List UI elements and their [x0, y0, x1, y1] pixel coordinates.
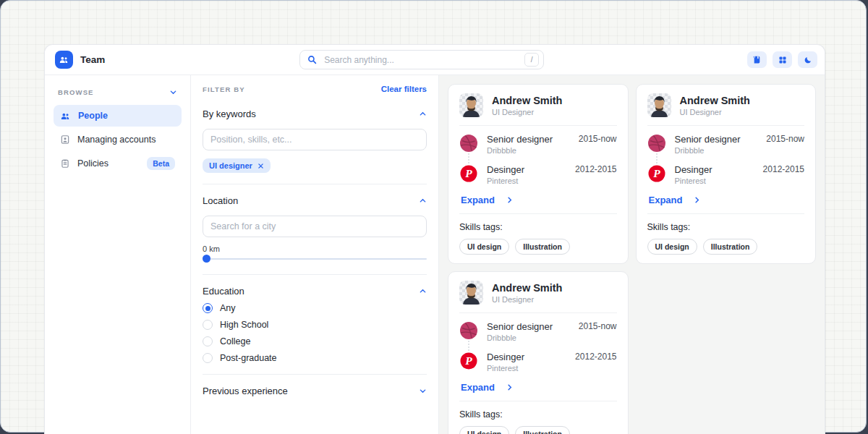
chevron-down-icon [169, 88, 177, 96]
account-card-icon [60, 135, 70, 145]
location-section-header[interactable]: Location [203, 195, 427, 206]
dribbble-icon [459, 321, 478, 340]
results-grid: Andrew Smith UI Designer Senior designer… [439, 75, 825, 434]
dribbble-icon [647, 134, 666, 153]
skill-tag: Illustration [515, 426, 570, 434]
chevron-right-icon [693, 196, 701, 204]
person-role: UI Designer [680, 108, 750, 116]
remove-tag-icon[interactable] [258, 163, 264, 169]
browse-header[interactable]: BROWSE [54, 82, 182, 105]
radio-button[interactable] [203, 336, 213, 346]
skill-tag: UI design [647, 239, 697, 255]
clipboard-icon [60, 158, 70, 169]
experience-section-header[interactable]: Previous experience [203, 386, 427, 396]
person-name: Andrew Smith [492, 282, 562, 294]
app-body: BROWSE PeopleManaging accountsPoliciesBe… [45, 75, 825, 434]
card-header: Andrew Smith UI Designer [459, 93, 617, 117]
sidebar-item-policies[interactable]: PoliciesBeta [54, 153, 182, 174]
chevron-up-icon [419, 287, 427, 295]
slider-handle[interactable] [203, 255, 210, 263]
book-icon[interactable] [747, 51, 767, 68]
radio-button[interactable] [203, 303, 213, 313]
search-zone: / [105, 50, 739, 69]
app-window: Team / [44, 44, 825, 434]
sidebar-items: PeopleManaging accountsPoliciesBeta [54, 105, 182, 174]
search-shortcut-badge: / [524, 53, 539, 67]
divider [203, 374, 427, 375]
experience-row: P Desinger Pinterest 2012-2015 [647, 164, 805, 185]
divider [459, 312, 617, 313]
card-header: Andrew Smith UI Designer [459, 281, 617, 305]
sidebar-item-label: Policies [77, 158, 109, 169]
skill-tag: UI design [459, 426, 509, 434]
skill-tag: Illustration [703, 239, 758, 255]
experience-timeline: Senior designer Dribbble 2015-now P Desi… [459, 321, 617, 373]
card-header: Andrew Smith UI Designer [647, 93, 805, 117]
avatar [459, 281, 483, 305]
education-option-high-school[interactable]: High School [203, 320, 427, 330]
svg-text:P: P [653, 167, 660, 179]
expand-link[interactable]: Expand [461, 195, 617, 205]
experience-row: Senior designer Dribbble 2015-now [647, 134, 805, 155]
people-icon [60, 111, 71, 122]
pinterest-icon: P [647, 164, 666, 183]
skill-tags: UI designIllustration [459, 426, 617, 434]
divider [203, 274, 427, 275]
svg-text:P: P [465, 354, 472, 367]
skills-title: Skills tags: [647, 222, 805, 232]
distance-slider[interactable] [203, 255, 427, 263]
header-actions [747, 51, 817, 68]
experience-row: P Desinger Pinterest 2012-2015 [459, 164, 617, 185]
dashed-divider [647, 213, 805, 214]
pinterest-icon: P [459, 164, 478, 183]
chevron-up-icon [419, 110, 427, 118]
radio-button[interactable] [203, 353, 213, 363]
divider [647, 125, 805, 126]
experience-row: Senior designer Dribbble 2015-now [459, 134, 617, 155]
experience-row: Senior designer Dribbble 2015-now [459, 321, 617, 342]
education-option-post-graduate[interactable]: Post-graduate [203, 353, 427, 363]
education-option-college[interactable]: College [203, 336, 427, 346]
experience-timeline: Senior designer Dribbble 2015-now P Desi… [459, 134, 617, 185]
profile-card: Andrew Smith UI Designer Senior designer… [636, 84, 817, 264]
skill-tag: UI design [459, 239, 509, 255]
chevron-right-icon [506, 383, 514, 391]
sidebar-item-people[interactable]: People [54, 105, 182, 127]
desktop-background: Team / [0, 0, 867, 433]
slider-track [203, 258, 427, 260]
education-options: AnyHigh SchoolCollegePost-graduate [203, 303, 427, 363]
keywords-section-header[interactable]: By keywords [203, 109, 427, 119]
keyword-tag[interactable]: UI designer [203, 158, 271, 173]
education-option-any[interactable]: Any [203, 303, 427, 313]
search-bar[interactable]: / [299, 50, 544, 69]
search-icon [307, 55, 317, 64]
expand-link[interactable]: Expand [461, 382, 617, 393]
experience-timeline: Senior designer Dribbble 2015-now P Desi… [647, 134, 805, 185]
profile-card: Andrew Smith UI Designer Senior designer… [448, 84, 629, 264]
grid-icon[interactable] [773, 51, 792, 68]
radio-button[interactable] [203, 320, 213, 330]
profile-card: Andrew Smith UI Designer Senior designer… [448, 271, 629, 434]
clear-filters-link[interactable]: Clear filters [381, 85, 427, 93]
experience-row: P Desinger Pinterest 2012-2015 [459, 352, 617, 373]
sidebar: BROWSE PeopleManaging accountsPoliciesBe… [45, 75, 191, 434]
sidebar-item-managing-accounts[interactable]: Managing accounts [54, 129, 182, 150]
skill-tags: UI designIllustration [647, 239, 805, 255]
filter-panel: FILTER BY Clear filters By keywords UI d… [191, 75, 439, 434]
avatar [647, 93, 671, 117]
browse-label: BROWSE [58, 88, 94, 96]
skill-tag: Illustration [515, 239, 570, 255]
city-search-input[interactable] [203, 216, 427, 237]
beta-badge: Beta [147, 157, 175, 170]
svg-text:P: P [465, 167, 472, 179]
filter-by-label: FILTER BY [203, 85, 245, 93]
person-name: Andrew Smith [680, 95, 750, 106]
chevron-up-icon [419, 197, 427, 205]
dashed-divider [459, 401, 617, 401]
moon-icon[interactable] [798, 51, 817, 68]
keywords-input[interactable] [203, 129, 427, 150]
education-section-header[interactable]: Education [203, 286, 427, 297]
search-input[interactable] [323, 54, 519, 66]
expand-link[interactable]: Expand [649, 195, 805, 205]
page-title: Team [80, 54, 105, 65]
